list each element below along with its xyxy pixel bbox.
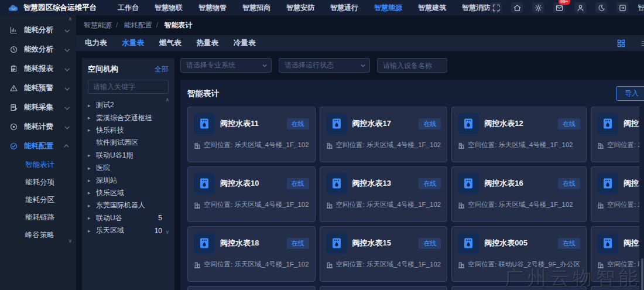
building-icon [194, 142, 201, 149]
tree-item[interactable]: ▸ 棠溪综合交通枢纽 [88, 111, 169, 124]
chevron-down-icon [64, 28, 69, 32]
meter-name: 阀控水表004 [624, 238, 639, 248]
meter-card[interactable]: 阀控水表005 在线 空间位置: 联动U谷_2号楼_9F_办公区 [451, 226, 587, 282]
meter-card[interactable]: 阀控水表12 在线 空间位置: 乐天区域_4号楼_1F_102 [451, 107, 587, 162]
tree-item[interactable]: ▸ 快乐区域 [88, 187, 169, 199]
tab[interactable]: 热量表 [197, 38, 219, 48]
status-select[interactable]: 请选择运行状态 [279, 58, 370, 73]
gear-icon[interactable] [532, 2, 544, 13]
meter-card[interactable]: 阀控水表17 在线 空间位置: 乐天区域_4号楼_1F_102 [320, 107, 448, 162]
meter-card-partial[interactable] [451, 286, 587, 290]
topnav-item[interactable]: 智慧能源 [374, 3, 402, 13]
expand-arrow-icon[interactable]: ▸ [88, 190, 96, 196]
sidebar-subitem[interactable]: 能耗分项 [0, 173, 76, 191]
tab[interactable]: 水量表 [122, 38, 145, 48]
device-name-input[interactable] [377, 58, 447, 73]
all-link[interactable]: 全部 [155, 64, 169, 74]
tab[interactable]: 燃气表 [159, 38, 181, 48]
home-icon[interactable] [511, 2, 523, 13]
sidebar-item[interactable]: 能效分析 [0, 40, 76, 59]
sidebar-item[interactable]: 能耗报表 [0, 59, 76, 79]
sidebar-item[interactable]: 能耗配置 [0, 137, 76, 156]
tree-item[interactable]: ▸ 测试2 [88, 99, 169, 111]
topnav-item[interactable]: 智慧通行 [330, 3, 358, 13]
tree-item[interactable]: ▸ 深圳站 [88, 174, 169, 186]
tree-item-label: 东莞国际机器人 [96, 200, 162, 210]
location-text: 空间位置: 联动U谷_2号楼_9F_办公区 [468, 260, 580, 269]
meter-card[interactable]: 阀控水表10 在线 空间位置: 乐天区域_4号楼_1F_102 [187, 166, 316, 222]
expand-arrow-icon[interactable]: ▸ [88, 127, 96, 133]
topnav-item[interactable]: 智慧安防 [286, 3, 314, 13]
sidebar-item[interactable]: 能耗分析 [0, 21, 76, 40]
system-select[interactable]: 请选择专业系统 [180, 58, 272, 73]
topnav-item[interactable]: 智慧物联 [155, 3, 183, 13]
meter-card[interactable]: 阀控水表13 在线 空间位置: 乐天区域_4号楼_1F_102 [320, 166, 448, 222]
water-meter-icon [458, 113, 479, 134]
meter-card[interactable]: 阀控水表15 在线 空间位置: 乐天区域_4号楼_1F_102 [320, 226, 448, 282]
sidebar-subitem[interactable]: 智能表计 [0, 156, 76, 173]
topnav-item[interactable]: 智慧消防 [462, 3, 490, 13]
building-icon [194, 261, 201, 268]
moon-icon[interactable] [595, 2, 607, 13]
tree-item[interactable]: ▸ 快乐科技 [88, 124, 169, 137]
breadcrumb-item[interactable]: 智慧能源 [84, 21, 112, 29]
sidebar-item[interactable]: 能耗采集 [0, 98, 76, 117]
meter-card[interactable]: 阀控水表16 在线 空间位置: 乐天区域_4号楼_1F_102 [451, 166, 587, 222]
expand-arrow-icon[interactable]: ▸ [88, 203, 96, 209]
meter-card-header: 阀控水表18 在线 [194, 233, 309, 254]
user-icon[interactable] [574, 2, 586, 13]
meter-name: 阀控水表005 [484, 238, 553, 248]
scroll-up-icon[interactable]: ∧ [68, 16, 72, 22]
fullscreen-icon[interactable] [490, 2, 502, 13]
list-view-icon[interactable] [640, 39, 644, 47]
tree-item[interactable]: ▸ 软件测试园区 [88, 137, 169, 149]
sidebar-item[interactable]: 能耗预警 [0, 79, 76, 98]
location-text: 空间位置: 乐天区域_4号楼_1F_102 [468, 200, 573, 209]
topnav-item[interactable]: 智慧招商 [242, 3, 270, 13]
breadcrumb-item[interactable]: 智能表计 [164, 21, 192, 29]
expand-arrow-icon[interactable]: ▸ [88, 115, 96, 121]
meter-card-partial[interactable] [320, 286, 448, 290]
tree-item[interactable]: ▸ 联动U谷1期 [88, 149, 169, 162]
grid-view-icon[interactable] [617, 39, 625, 47]
tab[interactable]: 冷量表 [234, 38, 256, 48]
topnav-item[interactable]: 智慧建筑 [418, 3, 446, 13]
tree-item[interactable]: ▸ 乐天区域 10 [88, 224, 169, 237]
sidebar-subitem[interactable]: 能耗链路 [0, 209, 76, 226]
import-button[interactable]: 导入 [616, 86, 644, 101]
scrollbar-thumb[interactable] [641, 258, 643, 290]
meter-card[interactable]: 阀控水表19 在线 空间位置: 乐天区域_4号楼_1F_102 [591, 107, 639, 162]
meter-card[interactable]: 阀控水表14 在线 空间位置: 乐天区域_4号楼_1F_102 [591, 166, 639, 222]
expand-arrow-icon[interactable]: ▸ [88, 103, 96, 108]
tab[interactable]: 电力表 [85, 38, 107, 48]
breadcrumb-item[interactable]: 能耗配置 [124, 21, 152, 29]
meter-card-partial[interactable] [591, 286, 639, 290]
sidebar-subitem[interactable]: 峰谷策略 [0, 226, 76, 244]
exit-icon[interactable] [616, 2, 628, 13]
expand-arrow-icon[interactable]: ▸ [88, 165, 96, 171]
sidebar-item[interactable]: 能耗计费 [0, 117, 76, 137]
tree-item[interactable]: ▸ 医院 [88, 162, 169, 174]
tree-item[interactable]: ▸ 东莞国际机器人 [88, 199, 169, 211]
topnav-item[interactable]: 工作台 [118, 3, 139, 13]
scroll-up-icon[interactable]: ∧ [165, 97, 169, 103]
expand-arrow-icon[interactable]: ▸ [88, 178, 96, 183]
meter-card[interactable]: 阀控水表18 在线 空间位置: 乐天区域_4号楼_1F_102 [187, 226, 316, 282]
tree-item[interactable]: ▸ 联动U谷 5 [88, 212, 169, 224]
meter-card[interactable]: 阀控水表004 在线 空间位置: 联动U谷_2号楼_9F_办公区 [591, 226, 639, 282]
topnav-item[interactable]: 智慧物管 [198, 3, 227, 13]
sidebar-subitem[interactable]: 能耗分区 [0, 191, 76, 209]
status-badge: 在线 [558, 118, 580, 129]
user-name[interactable]: 智慧园区 [638, 3, 644, 13]
expand-arrow-icon[interactable]: ▸ [88, 228, 96, 234]
meter-card[interactable]: 阀控水表11 在线 空间位置: 乐天区域_4号楼_1F_102 [187, 107, 316, 162]
scroll-down-icon[interactable]: ∨ [68, 238, 72, 244]
mail-icon[interactable]: 99+ [553, 2, 565, 13]
tree-item-label: 棠溪综合交通枢纽 [96, 113, 162, 123]
meter-location: 空间位置: 乐天区域_4号楼_1F_102 [194, 260, 309, 269]
keyword-search-input[interactable] [88, 80, 169, 94]
scroll-down-icon[interactable]: ∨ [165, 230, 169, 235]
expand-arrow-icon[interactable]: ▸ [88, 215, 96, 221]
expand-arrow-icon[interactable]: ▸ [88, 152, 96, 158]
meter-card-partial[interactable] [187, 286, 316, 290]
